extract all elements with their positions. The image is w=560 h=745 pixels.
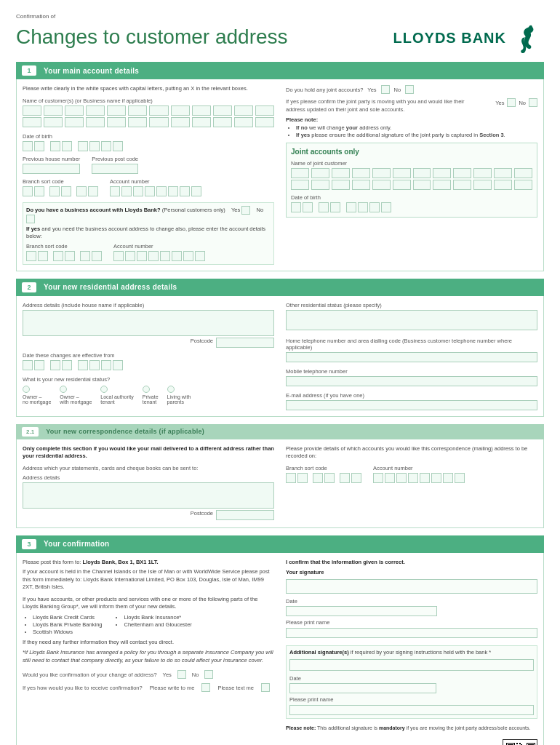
name-cell-13[interactable] <box>23 117 41 127</box>
bsc-cell1[interactable] <box>26 251 36 261</box>
jc-name-1[interactable] <box>291 168 309 178</box>
jc-name-23[interactable] <box>494 180 512 190</box>
name-cell-19[interactable] <box>149 117 168 127</box>
jc-name-4[interactable] <box>352 168 370 178</box>
jc-name-11[interactable] <box>494 168 512 178</box>
acc-cell8[interactable] <box>195 251 205 261</box>
name-cell-20[interactable] <box>171 117 190 127</box>
name-cell-22[interactable] <box>213 117 232 127</box>
bsc-cell5[interactable] <box>80 251 90 261</box>
jc-name-13[interactable] <box>291 180 309 190</box>
home-tel-input[interactable] <box>286 352 537 362</box>
bsc-cell4[interactable] <box>65 251 75 261</box>
name-cell-23[interactable] <box>234 117 253 127</box>
prev-house-input[interactable] <box>23 164 80 174</box>
name-cell-10[interactable] <box>213 105 232 116</box>
status-radio-1[interactable] <box>23 386 30 393</box>
address-input[interactable] <box>23 310 274 336</box>
name-cell-8[interactable] <box>171 105 190 116</box>
additional-sig-box[interactable] <box>289 659 534 671</box>
business-yes-box[interactable] <box>241 206 250 215</box>
text-me-box[interactable] <box>261 683 270 692</box>
name-cell-7[interactable] <box>149 105 168 116</box>
other-status-input[interactable] <box>286 310 537 330</box>
status-radio-4[interactable] <box>143 386 150 393</box>
postcode-input[interactable] <box>216 338 274 348</box>
jc-name-9[interactable] <box>453 168 471 178</box>
jc-name-19[interactable] <box>413 180 431 190</box>
corr-branch-sort-input[interactable] <box>286 473 361 483</box>
print-name-box2[interactable] <box>289 705 534 715</box>
bsc-cell6[interactable] <box>92 251 102 261</box>
jc-name-12[interactable] <box>514 168 532 178</box>
jc-name-24[interactable] <box>514 180 532 190</box>
conf-no-box[interactable] <box>204 670 213 679</box>
jc-name-16[interactable] <box>352 180 370 190</box>
bsc-cell2[interactable] <box>38 251 48 261</box>
name-cell-3[interactable] <box>65 105 84 116</box>
signature-box[interactable] <box>286 579 537 594</box>
business-no-box[interactable] <box>26 215 35 223</box>
acc-cell5[interactable] <box>160 251 170 261</box>
jc-name-6[interactable] <box>393 168 411 178</box>
joint-no-box[interactable] <box>405 85 414 94</box>
name-cell-12[interactable] <box>255 105 274 116</box>
status-local-authority[interactable]: Local authoritytenant <box>100 386 134 405</box>
jc-name-15[interactable] <box>332 180 350 190</box>
conf-yes-box[interactable] <box>177 670 186 679</box>
bsc-cell3[interactable] <box>53 251 63 261</box>
jc-name-2[interactable] <box>311 168 329 178</box>
name-cell-11[interactable] <box>234 105 253 116</box>
name-cell-6[interactable] <box>128 105 147 116</box>
name-input-grid[interactable] <box>23 105 274 129</box>
print-name-box[interactable] <box>286 628 537 638</box>
jc-name-10[interactable] <box>473 168 492 178</box>
status-private-tenant[interactable]: Privatetenant <box>143 386 159 405</box>
acc-cell4[interactable] <box>148 251 159 261</box>
corr-address-input[interactable] <box>23 482 274 509</box>
prev-postcode-input[interactable] <box>92 164 138 174</box>
acc-cell1[interactable] <box>113 251 124 261</box>
name-cell-1[interactable] <box>23 105 41 116</box>
jc-name-8[interactable] <box>433 168 451 178</box>
status-radio-2[interactable] <box>60 386 67 393</box>
date-input2[interactable] <box>289 683 436 693</box>
name-cell-4[interactable] <box>86 105 105 116</box>
name-cell-21[interactable] <box>192 117 211 127</box>
joint-confirm-yes-box[interactable] <box>507 98 516 107</box>
jc-name-17[interactable] <box>372 180 391 190</box>
name-cell-5[interactable] <box>107 105 126 116</box>
status-radio-3[interactable] <box>100 386 108 393</box>
name-cell-14[interactable] <box>44 117 63 127</box>
date-input[interactable] <box>286 606 437 616</box>
name-cell-16[interactable] <box>86 117 105 127</box>
dob-input[interactable] <box>23 141 274 151</box>
name-cell-24[interactable] <box>255 117 274 127</box>
joint-yes-box[interactable] <box>381 85 390 94</box>
name-cell-18[interactable] <box>128 117 147 127</box>
jc-name-20[interactable] <box>433 180 451 190</box>
email-input[interactable] <box>286 400 537 410</box>
joint-dob-input[interactable] <box>291 202 532 212</box>
corr-postcode-input[interactable] <box>216 510 274 520</box>
status-owner-with-mortgage[interactable]: Owner –with mortgage <box>60 386 92 405</box>
name-cell-17[interactable] <box>107 117 126 127</box>
write-to-me-box[interactable] <box>201 683 210 692</box>
name-cell-15[interactable] <box>65 117 84 127</box>
jc-name-14[interactable] <box>311 180 329 190</box>
acc-cell2[interactable] <box>125 251 135 261</box>
status-living-with-parents[interactable]: Living withparents <box>167 386 191 405</box>
effective-date-input[interactable] <box>23 360 274 370</box>
status-radio-5[interactable] <box>167 386 175 393</box>
acc-cell3[interactable] <box>137 251 147 261</box>
jc-name-3[interactable] <box>332 168 350 178</box>
status-owner-no-mortgage[interactable]: Owner –no mortgage <box>23 386 51 405</box>
jc-name-22[interactable] <box>473 180 492 190</box>
jc-name-5[interactable] <box>372 168 391 178</box>
jc-name-21[interactable] <box>453 180 471 190</box>
name-cell-9[interactable] <box>192 105 211 116</box>
acc-cell6[interactable] <box>172 251 182 261</box>
corr-account-number-input[interactable] <box>373 473 465 483</box>
name-cell-2[interactable] <box>44 105 63 116</box>
jc-name-7[interactable] <box>413 168 431 178</box>
